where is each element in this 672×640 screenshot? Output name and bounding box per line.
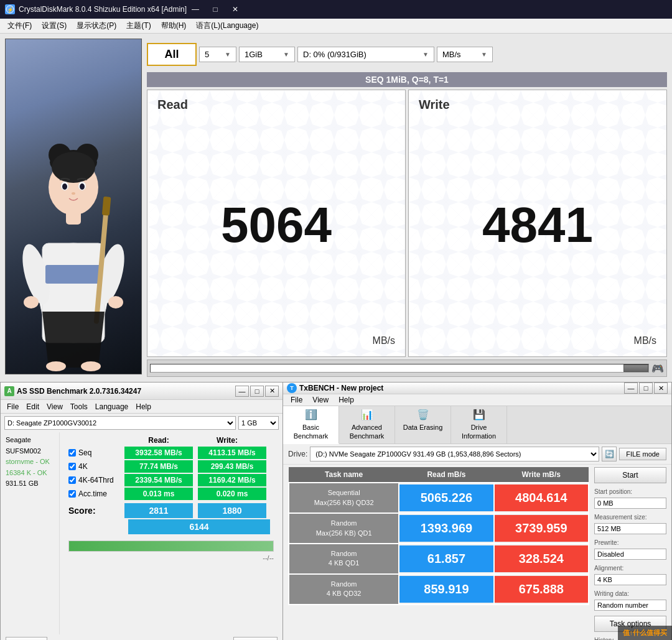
scrollbar-track[interactable] — [150, 364, 649, 373]
svg-point-22 — [46, 361, 66, 371]
asssd-start-button[interactable]: Start — [6, 637, 47, 640]
count-value: 5 — [205, 50, 209, 59]
menu-file[interactable]: 文件(F) — [2, 19, 37, 32]
drive-select-box[interactable]: (D:) NVMe Seagate ZP1000GV 931.49 GB (1,… — [310, 447, 599, 461]
drive-selector-row: Drive: (D:) NVMe Seagate ZP1000GV 931.49… — [283, 444, 671, 465]
maximize-button[interactable]: □ — [207, 3, 224, 16]
asssd-acctime-checkbox[interactable] — [68, 490, 76, 498]
asssd-4kthrd-label: 4K-64Thrd — [78, 476, 114, 485]
bench-results: Task name Read mB/s Write mB/s Sequentia… — [283, 465, 671, 640]
write-label: Write — [409, 90, 666, 119]
txbench-maximize[interactable]: □ — [639, 383, 653, 394]
file-mode-button[interactable]: FILE mode — [619, 448, 666, 460]
txbench-menu-help[interactable]: Help — [334, 394, 359, 406]
drive-dropdown[interactable]: D: 0% (0/931GiB) ▼ — [297, 47, 434, 62]
score-label: Score: — [68, 506, 124, 516]
controls-icon: 🎮 — [651, 363, 664, 374]
asssd-4k-write: 299.43 MB/s — [198, 460, 266, 473]
asssd-acctime-read: 0.013 ms — [124, 488, 193, 500]
asssd-close[interactable]: ✕ — [265, 386, 279, 397]
writing-data-label: Writing data: — [594, 590, 666, 597]
asssd-read-header: Read: — [124, 436, 193, 445]
asssd-minimize[interactable]: — — [235, 386, 249, 397]
asssd-menu-edit[interactable]: Edit — [22, 401, 43, 412]
unit-arrow: ▼ — [481, 51, 487, 58]
asssd-menu-help[interactable]: Help — [132, 401, 155, 412]
asssd-maximize[interactable]: □ — [250, 386, 264, 397]
txbench-menu-file[interactable]: File — [286, 394, 307, 406]
measurement-size-label: Measurement size: — [594, 514, 666, 521]
main-menubar: 文件(F) 设置(S) 显示状态(P) 主题(T) 帮助(H) 语言(L)(La… — [0, 19, 672, 34]
close-button[interactable]: ✕ — [226, 3, 244, 16]
count-dropdown[interactable]: 5 ▼ — [199, 47, 236, 62]
asssd-4k-read: 77.74 MB/s — [124, 460, 193, 473]
svg-rect-21 — [102, 197, 111, 216]
asssd-menu-language[interactable]: Language — [91, 401, 132, 412]
asssd-bottom-row: Start Abort — [1, 634, 282, 640]
menu-display[interactable]: 显示状态(P) — [72, 19, 121, 32]
asssd-4kthrd-checkbox[interactable] — [68, 476, 76, 484]
score-read-val: 2811 — [124, 503, 193, 518]
drive-refresh-button[interactable]: 🔄 — [602, 447, 617, 461]
right-controls: Start Start position: 0 MB Measurement s… — [592, 467, 666, 640]
score-row-rw: Score: 2811 1880 — [68, 503, 274, 518]
asssd-menu-tools[interactable]: Tools — [67, 401, 91, 412]
task-3-read: 61.857 — [399, 545, 493, 572]
menu-help[interactable]: 帮助(H) — [156, 19, 192, 32]
asssd-acctime-row: Acc.time 0.013 ms 0.020 ms — [63, 487, 279, 501]
tab-drive-information[interactable]: 💾 DriveInformation — [451, 406, 507, 443]
asssd-size-select[interactable]: 1 GB — [238, 416, 279, 430]
asssd-acctime-label: Acc.time — [78, 489, 107, 498]
all-button[interactable]: All — [147, 43, 197, 66]
txbench-close[interactable]: ✕ — [654, 383, 668, 394]
read-unit: MB/s — [147, 330, 405, 356]
asssd-abort-button[interactable]: Abort — [233, 637, 278, 640]
txbench-titlebar: T TxBENCH - New project — □ ✕ — [283, 383, 671, 394]
asssd-menu-file[interactable]: File — [3, 401, 22, 412]
asssd-drive-select[interactable]: D: Seagate ZP1000GV30012 — [4, 416, 236, 430]
asssd-info-panel: Seagate SUFSM002 stornvme - OK 16384 K -… — [1, 432, 60, 634]
minimize-button[interactable]: — — [187, 3, 204, 16]
tab-data-erasing[interactable]: 🗑️ Data Erasing — [395, 406, 451, 443]
data-erasing-icon: 🗑️ — [417, 409, 429, 422]
scrollbar-thumb — [623, 364, 648, 372]
asssd-4k-checkbox[interactable] — [68, 463, 76, 470]
tab-advanced-benchmark[interactable]: 📊 AdvancedBenchmark — [339, 406, 395, 443]
bench-table: Task name Read mB/s Write mB/s Sequentia… — [288, 467, 589, 605]
write-value: 4841 — [409, 119, 666, 330]
task-3-write: 328.524 — [495, 545, 588, 572]
table-row: Random 4 KB QD1 61.857 328.524 — [289, 544, 589, 574]
task-2-label: Random Max(256 KB) QD1 — [289, 514, 398, 543]
read-value: 5064 — [147, 119, 405, 330]
asssd-4k-label: 4K — [78, 462, 88, 471]
watermark: 值↑什么值得买 — [618, 626, 673, 640]
rw-panels: Read 5064 MB/s — [147, 90, 667, 357]
data-erasing-label: Data Erasing — [403, 423, 443, 432]
benchmark-panel: All 5 ▼ 1GiB ▼ D: 0% (0/931GiB) ▼ MB/s ▼… — [147, 39, 667, 377]
size-dropdown[interactable]: 1GiB ▼ — [239, 47, 295, 62]
menu-language[interactable]: 语言(L)(Language) — [191, 19, 263, 32]
txbench-start-button[interactable]: Start — [594, 467, 666, 483]
unit-dropdown[interactable]: MB/s ▼ — [437, 47, 493, 62]
txbench-controls: — □ ✕ — [624, 383, 668, 394]
task-1-read: 5065.226 — [399, 485, 493, 511]
bench-table-area: Task name Read mB/s Write mB/s Sequentia… — [288, 467, 589, 640]
task-1-label: Sequential Max(256 KB) QD32 — [289, 483, 398, 512]
scrollbar-area: 🎮 — [147, 359, 667, 377]
tab-basic-benchmark[interactable]: ℹ️ BasicBenchmark — [283, 406, 339, 444]
drive-information-icon: 💾 — [473, 409, 485, 422]
asssd-seq-row: Seq 3932.58 MB/s 4113.15 MB/s — [63, 446, 279, 460]
task-2-read: 1393.969 — [399, 515, 493, 542]
asssd-seq-checkbox[interactable] — [68, 449, 76, 457]
titlebar-controls: — □ ✕ — [187, 3, 244, 16]
unit-value: MB/s — [442, 50, 461, 59]
drive-value: D: 0% (0/931GiB) — [303, 50, 366, 59]
asssd-title: AS SSD Benchmark 2.0.7316.34247 — [17, 387, 141, 396]
asssd-seq-read: 3932.58 MB/s — [124, 447, 193, 459]
menu-theme[interactable]: 主题(T) — [121, 19, 156, 32]
txbench-minimize[interactable]: — — [624, 383, 638, 394]
svg-point-18 — [72, 192, 75, 195]
asssd-menu-view[interactable]: View — [43, 401, 67, 412]
txbench-menu-view[interactable]: View — [307, 394, 334, 406]
menu-settings[interactable]: 设置(S) — [37, 19, 72, 32]
